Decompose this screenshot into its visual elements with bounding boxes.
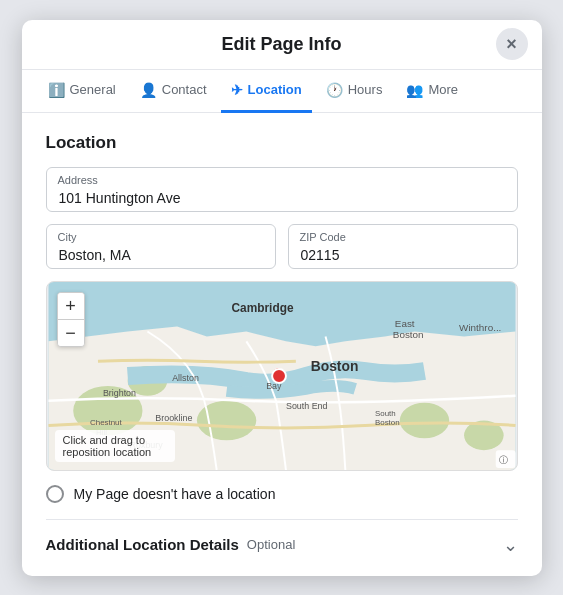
- map-container[interactable]: Cambridge Boston East Boston Winthro... …: [46, 281, 518, 471]
- address-wrapper: Address: [46, 167, 518, 212]
- svg-text:Brookline: Brookline: [155, 412, 192, 422]
- contact-icon: 👤: [140, 82, 157, 98]
- tab-location[interactable]: ✈ Location: [221, 70, 312, 113]
- svg-point-5: [399, 402, 448, 438]
- zoom-out-button[interactable]: −: [58, 320, 84, 346]
- no-location-radio[interactable]: [46, 485, 64, 503]
- tab-general[interactable]: ℹ️ General: [38, 70, 126, 113]
- svg-text:Cambridge: Cambridge: [231, 300, 293, 314]
- svg-text:Chestnut: Chestnut: [90, 418, 122, 427]
- svg-text:Allston: Allston: [172, 372, 199, 382]
- modal-title: Edit Page Info: [221, 34, 341, 55]
- svg-text:South: South: [375, 408, 396, 417]
- zip-wrapper: ZIP Code: [288, 224, 518, 269]
- tab-more-label: More: [428, 82, 458, 97]
- hours-icon: 🕐: [326, 82, 343, 98]
- chevron-down-icon: ⌄: [503, 534, 518, 556]
- zoom-in-button[interactable]: +: [58, 293, 84, 319]
- city-input[interactable]: [46, 224, 276, 269]
- edit-page-info-modal: Edit Page Info × ℹ️ General 👤 Contact ✈ …: [22, 20, 542, 576]
- svg-text:South End: South End: [285, 400, 327, 410]
- svg-text:ⓘ: ⓘ: [498, 455, 507, 465]
- tab-bar: ℹ️ General 👤 Contact ✈ Location 🕐 Hours …: [22, 70, 542, 113]
- address-group: Address: [46, 167, 518, 212]
- svg-text:Boston: Boston: [310, 358, 358, 374]
- svg-text:Boston: Boston: [392, 329, 423, 340]
- svg-text:Winthro...: Winthro...: [459, 322, 501, 333]
- location-icon: ✈: [231, 82, 243, 98]
- section-title: Location: [46, 133, 518, 153]
- map-zoom-controls: + −: [57, 292, 85, 347]
- tab-contact[interactable]: 👤 Contact: [130, 70, 217, 113]
- tab-contact-label: Contact: [162, 82, 207, 97]
- tab-general-label: General: [70, 82, 116, 97]
- no-location-row[interactable]: My Page doesn't have a location: [46, 485, 518, 503]
- general-icon: ℹ️: [48, 82, 65, 98]
- no-location-label: My Page doesn't have a location: [74, 486, 276, 502]
- additional-details-optional: Optional: [247, 537, 295, 552]
- svg-point-23: [272, 369, 286, 383]
- additional-details-title: Additional Location Details: [46, 536, 239, 553]
- svg-text:Boston: Boston: [375, 418, 400, 427]
- additional-details-left: Additional Location Details Optional: [46, 536, 296, 553]
- modal-body: Location Address City ZIP Code: [22, 113, 542, 576]
- more-icon: 👥: [406, 82, 423, 98]
- map-drag-label: Click and drag to reposition location: [55, 430, 175, 462]
- city-group: City: [46, 224, 276, 269]
- city-zip-row: City ZIP Code: [46, 224, 518, 281]
- additional-details-section[interactable]: Additional Location Details Optional ⌄: [46, 519, 518, 556]
- city-wrapper: City: [46, 224, 276, 269]
- address-input[interactable]: [46, 167, 518, 212]
- tab-more[interactable]: 👥 More: [396, 70, 468, 113]
- zip-input[interactable]: [288, 224, 518, 269]
- svg-text:East: East: [394, 317, 414, 328]
- tab-location-label: Location: [248, 82, 302, 97]
- tab-hours-label: Hours: [348, 82, 383, 97]
- zip-group: ZIP Code: [288, 224, 518, 269]
- svg-text:Brighton: Brighton: [102, 387, 135, 397]
- tab-hours[interactable]: 🕐 Hours: [316, 70, 393, 113]
- modal-header: Edit Page Info ×: [22, 20, 542, 70]
- close-button[interactable]: ×: [496, 28, 528, 60]
